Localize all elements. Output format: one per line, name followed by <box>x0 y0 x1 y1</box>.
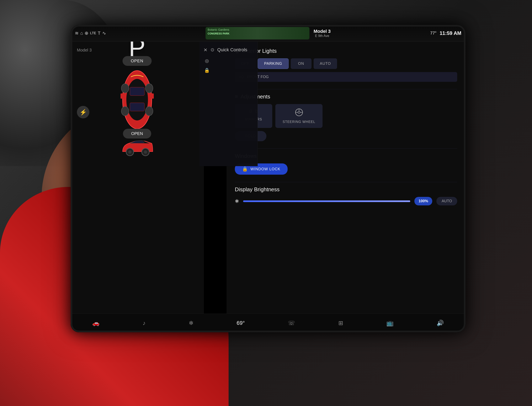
music-taskbar-icon: ♪ <box>143 320 146 326</box>
map-sublocation: CONGRESS PARK <box>208 32 229 35</box>
brightness-value: 100% <box>414 197 432 205</box>
svg-point-7 <box>146 84 153 93</box>
taskbar-music[interactable]: ♪ <box>143 320 146 326</box>
charge-icon: ⚡ <box>80 109 87 116</box>
divider-2 <box>235 148 457 149</box>
steering-label: STEERING WHEEL <box>283 120 315 124</box>
controls-panel: ◉ Exterior Lights OFF PARKING ON AUTO #0… <box>227 42 466 314</box>
svg-rect-5 <box>151 94 154 99</box>
lights-parking-button[interactable]: PARKING <box>258 58 289 69</box>
map-mini-widget[interactable]: Botanic Gardens CONGRESS PARK <box>206 27 310 39</box>
car-taskbar-icon: 🚗 <box>92 320 100 326</box>
media-taskbar-icon: 📺 <box>386 320 394 326</box>
qc-item-icon-1: ◎ <box>204 58 210 64</box>
brightness-title-text: Display Brightness <box>235 186 280 193</box>
taskbar-phone[interactable]: ☏ <box>288 320 295 326</box>
svg-point-1 <box>126 79 148 120</box>
camera-taskbar-icon: ⊞ <box>338 320 343 326</box>
home-icon[interactable]: ⌂ <box>80 30 83 36</box>
svg-rect-3 <box>130 103 144 111</box>
volume-taskbar-icon: 🔊 <box>437 320 444 326</box>
brightness-title: Display Brightness <box>235 186 457 193</box>
top-navigation: ≋ ⌂ ⊕ LTE T ∿ Botanic Gardens CONGRESS P… <box>71 25 466 42</box>
nav-left: ≋ ⌂ ⊕ LTE T ∿ <box>71 30 129 36</box>
lights-button-row: OFF PARKING ON AUTO <box>235 58 457 69</box>
menu-icon: ≋ <box>75 30 79 36</box>
exterior-lights-section: ◉ Exterior Lights OFF PARKING ON AUTO #0… <box>235 48 457 82</box>
clock-display: 11:59 AM <box>440 30 461 36</box>
taskbar: 🚗 ♪ ❄ 69° ☏ ⊞ 📺 🔊 <box>71 314 466 332</box>
tesla-t-icon: T <box>98 30 100 36</box>
nav-right: 77° 11:59 AM <box>407 30 466 36</box>
tesla-screen: ≋ ⌂ ⊕ LTE T ∿ Botanic Gardens CONGRESS P… <box>71 25 466 332</box>
svg-point-13 <box>144 150 147 154</box>
lights-on-button[interactable]: ON <box>291 58 311 69</box>
lights-auto-button[interactable]: AUTO <box>314 58 337 69</box>
qc-item-icon-2: 🔒 <box>204 68 210 73</box>
car-model-label: Model 3 <box>77 48 92 52</box>
charge-button[interactable]: ⚡ <box>77 106 89 118</box>
brightness-auto-button[interactable]: AUTO <box>436 197 457 205</box>
brightness-fill <box>243 200 410 202</box>
phone-taskbar-icon: ☏ <box>288 320 295 326</box>
temp-taskbar-display: 69° <box>237 320 245 326</box>
svg-point-12 <box>128 150 132 154</box>
car-top-view <box>116 66 158 125</box>
qc-item-2[interactable]: 🔒 <box>204 68 253 73</box>
brightness-section: Display Brightness ✱ 100% AUTO <box>235 186 457 205</box>
wifi-signal: ∿ <box>102 30 106 36</box>
close-button[interactable]: × <box>204 47 207 53</box>
car-side-view <box>120 137 154 162</box>
divider-3 <box>235 182 457 182</box>
window-lock-icon: 🔒 <box>242 166 248 172</box>
svg-point-9 <box>146 107 153 116</box>
taskbar-media[interactable]: 📺 <box>386 320 394 326</box>
windows-title: Windows <box>235 153 457 159</box>
svg-point-16 <box>298 111 300 113</box>
windows-section: Windows 🔒 WINDOW LOCK <box>235 153 457 175</box>
cross-street: E 9th Ave <box>315 34 329 38</box>
nav-center: Botanic Gardens CONGRESS PARK Model 3 E … <box>129 27 407 39</box>
qc-header-icon: ⊙ <box>211 47 214 52</box>
qc-item-1[interactable]: ◎ <box>204 58 253 64</box>
adjustments-section: ≡ Adjustments MIRRORS <box>235 94 457 141</box>
quick-controls-panel: × ⊙ Quick Controls ◎ 🔒 <box>200 42 258 166</box>
fog-light-row: #0 FRONT FOG <box>235 72 457 82</box>
brightness-controls: ✱ 100% AUTO <box>235 197 457 205</box>
map-location: Botanic Gardens <box>208 28 229 31</box>
car-visualization-panel: P 265 mi Model 3 OPEN <box>71 25 204 332</box>
climate-taskbar-icon: ❄ <box>189 320 193 326</box>
qc-title: Quick Controls <box>217 47 247 52</box>
taskbar-temp: 69° <box>237 320 245 326</box>
qc-items-list: ◎ 🔒 <box>200 56 258 75</box>
qc-header: × ⊙ Quick Controls <box>200 42 258 56</box>
taskbar-camera[interactable]: ⊞ <box>338 320 343 326</box>
window-lock-label: WINDOW LOCK <box>251 167 280 171</box>
svg-point-8 <box>121 107 129 116</box>
exterior-lights-title: ◉ Exterior Lights <box>235 48 457 54</box>
svg-rect-4 <box>120 94 124 99</box>
outside-temp: 77° <box>430 31 436 36</box>
svg-rect-2 <box>130 87 144 95</box>
adjustment-buttons: MIRRORS STEERING WHEEL <box>235 104 457 128</box>
brightness-slider[interactable] <box>243 200 410 202</box>
divider-1 <box>235 89 457 89</box>
model-name-display: Model 3 <box>314 29 331 34</box>
brightness-icon: ✱ <box>235 198 239 204</box>
steering-icon <box>295 108 303 118</box>
taskbar-climate[interactable]: ❄ <box>189 320 193 326</box>
steering-wheel-button[interactable]: STEERING WHEEL <box>275 104 323 128</box>
adjustments-title: ≡ Adjustments <box>235 94 457 100</box>
open-trunk-button[interactable]: OPEN <box>122 56 152 66</box>
nav-icons-group: ≋ ⌂ ⊕ LTE T ∿ <box>75 30 106 36</box>
svg-point-6 <box>121 84 129 93</box>
bluetooth-icon: ⊕ <box>85 30 88 36</box>
taskbar-volume[interactable]: 🔊 <box>437 320 444 326</box>
model-info: Model 3 E 9th Ave <box>314 29 331 38</box>
taskbar-car[interactable]: 🚗 <box>92 320 100 326</box>
lte-indicator: LTE <box>90 31 96 35</box>
